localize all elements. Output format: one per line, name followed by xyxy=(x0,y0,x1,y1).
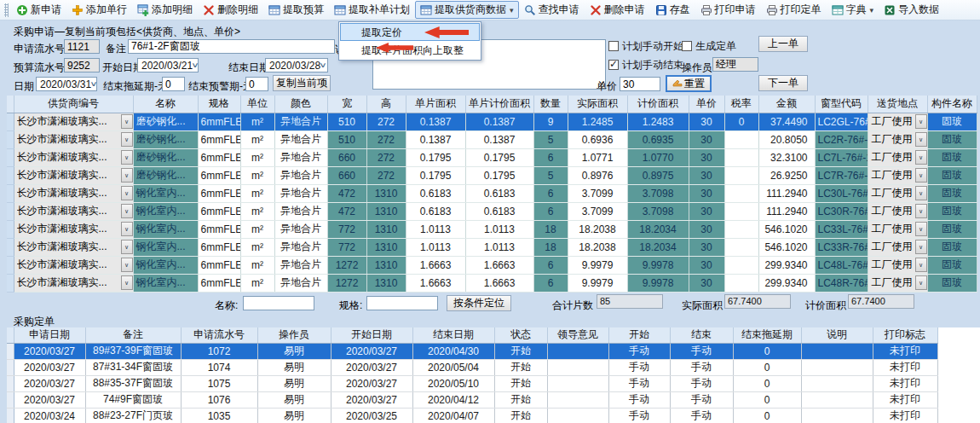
cell-dropdown-icon[interactable]: ∨ xyxy=(915,275,927,290)
cell-dropdown-icon[interactable]: ∨ xyxy=(121,132,133,147)
budget-no-input[interactable] xyxy=(64,58,100,72)
row-indicator[interactable] xyxy=(7,202,14,220)
cell-dropdown-icon[interactable]: ∨ xyxy=(121,222,133,236)
table-row[interactable]: 2020/03/2789#37-39F窗固玻1072易明2020/03/2720… xyxy=(7,343,937,359)
toolbar-extract-supplement-plan-button[interactable]: 提取补单计划 xyxy=(329,1,415,19)
generate-order-checkbox[interactable]: 生成定单 xyxy=(682,40,736,52)
table-row[interactable]: 2020/03/2774#9F窗固玻1076易明2020/03/272020/0… xyxy=(7,391,937,408)
end-warn-label: 结束预警期-天 xyxy=(188,79,253,94)
cell-dropdown-icon[interactable]: ∨ xyxy=(121,168,133,183)
next-order-button[interactable]: 下一单 xyxy=(758,75,808,91)
cell-dropdown-icon[interactable]: ∨ xyxy=(915,132,927,147)
cell-dropdown-icon[interactable]: ∨ xyxy=(121,240,133,254)
cell-dropdown-icon[interactable]: ∨ xyxy=(915,150,927,165)
table-row[interactable]: 长沙市潇湘玻璃实...∨钢化室内...6mmFLE...m²异地合片472131… xyxy=(7,184,977,202)
cell-dropdown-icon[interactable]: ∨ xyxy=(915,114,927,129)
print-order-icon xyxy=(766,4,778,16)
toolbar-save-button[interactable]: 存盘 xyxy=(650,1,695,19)
cell: 异地合片 xyxy=(274,238,327,256)
date-select[interactable]: 2020/03/31∨ xyxy=(36,77,97,91)
cell-dropdown-icon[interactable]: ∨ xyxy=(915,240,927,254)
toolbar-add-row-button[interactable]: 添加单行 xyxy=(66,1,132,19)
row-indicator[interactable] xyxy=(7,113,14,130)
copy-current-button[interactable]: 复制当前项 xyxy=(273,75,331,91)
table-row[interactable]: 长沙市潇湘玻璃实...∨钢化室内...6mmFLE...m²异地合片127213… xyxy=(7,256,977,274)
row-indicator[interactable] xyxy=(7,220,14,238)
cell-dropdown-icon[interactable]: ∨ xyxy=(915,168,927,183)
toolbar-print-order-button[interactable]: 打印定单 xyxy=(761,1,827,19)
row-indicator[interactable] xyxy=(7,375,14,391)
row-indicator[interactable] xyxy=(7,343,14,359)
row-indicator[interactable] xyxy=(7,130,14,148)
locate-by-condition-button[interactable]: 按条件定位 xyxy=(447,295,511,311)
toolbar-label: 添加单行 xyxy=(86,3,127,17)
cell: 开始 xyxy=(494,391,547,408)
table-row[interactable]: 长沙市潇湘玻璃实...∨磨砂钢化...6mmFLE...m²异地合片660272… xyxy=(7,148,977,166)
cell: 9.9979 xyxy=(568,274,627,292)
cell: 开始 xyxy=(494,359,547,375)
cell-dropdown-icon[interactable]: ∨ xyxy=(121,258,133,272)
table-row[interactable]: 2020/03/2787#31-34F窗固玻1074易明2020/03/2720… xyxy=(7,359,937,375)
table-row[interactable]: 长沙市潇湘玻璃实...∨钢化室内...6mmFLE...m²异地合片772131… xyxy=(7,238,977,256)
toolbar-dictionary-button[interactable]: 字典▾ xyxy=(827,1,879,19)
start-date-select[interactable]: 2020/03/21∨ xyxy=(137,58,199,72)
remark-input[interactable] xyxy=(128,39,335,54)
cell-dropdown-icon[interactable]: ∨ xyxy=(915,186,927,200)
cell: 0.6183 xyxy=(465,202,533,220)
cell: 18.2034 xyxy=(627,238,689,256)
toolbar-print-request-button[interactable]: 打印申请 xyxy=(695,1,761,19)
operator-input[interactable] xyxy=(712,57,758,72)
cell: 0.6936 xyxy=(568,130,627,148)
filter-name-input[interactable] xyxy=(243,296,314,310)
row-indicator[interactable] xyxy=(7,166,14,184)
row-indicator[interactable] xyxy=(7,184,14,202)
toolbar-delete-detail-button[interactable]: 删除明细 xyxy=(198,1,263,19)
row-indicator[interactable] xyxy=(7,391,14,408)
row-indicator[interactable] xyxy=(7,256,14,274)
row-indicator[interactable] xyxy=(7,238,14,256)
end-date-select[interactable]: 2020/03/28∨ xyxy=(265,58,328,72)
table-row[interactable]: 长沙市潇湘玻璃实...∨钢化室内...6mmFLE...m²异地合片472131… xyxy=(7,202,977,220)
manual-end-checkbox[interactable]: 计划手动结束 xyxy=(608,59,683,71)
cell-dropdown-icon[interactable]: ∨ xyxy=(121,186,133,200)
table-row[interactable]: 长沙市潇湘玻璃实...∨磨砂钢化...6mmFLE...m²异地合片510272… xyxy=(7,130,977,148)
table-row[interactable]: 长沙市潇湘玻璃实...∨磨砂钢化...6mmFLE...m²异地合片660272… xyxy=(7,166,977,184)
cell: 6mmFLE... xyxy=(198,238,240,256)
delete-detail-icon xyxy=(203,4,215,16)
filter-spec-input[interactable] xyxy=(366,296,438,310)
toolbar-search-request-button[interactable]: 查找申请 xyxy=(519,1,585,19)
cell-dropdown-icon[interactable]: ∨ xyxy=(121,204,133,218)
toolbar-add-detail-button[interactable]: 添加明细 xyxy=(132,1,198,19)
row-indicator[interactable] xyxy=(7,408,14,423)
unit-price-input[interactable] xyxy=(620,77,660,91)
request-no-input[interactable] xyxy=(64,39,100,54)
toolbar-new-request-button[interactable]: 新申请 xyxy=(11,1,66,19)
cell-dropdown-icon[interactable]: ∨ xyxy=(915,258,927,272)
cell-dropdown-icon[interactable]: ∨ xyxy=(121,150,133,165)
toolbar-grip[interactable] xyxy=(4,3,9,17)
row-indicator[interactable] xyxy=(7,148,14,166)
table-row[interactable]: 长沙市潇湘玻璃实...∨钢化室内...6mmFLE...m²异地合片127213… xyxy=(7,274,977,292)
table-row[interactable]: 2020/03/2788#35-37F窗固玻1075易明2020/03/2720… xyxy=(7,375,937,391)
table-row[interactable]: 2020/03/2488#23-27F门页玻1035易明2020/03/2520… xyxy=(7,408,937,423)
toolbar-import-data-button[interactable]: 导入数据 xyxy=(879,1,944,19)
end-delay-input[interactable] xyxy=(162,77,185,91)
cell-dropdown-icon[interactable]: ∨ xyxy=(915,222,927,236)
manual-start-checkbox[interactable]: 计划手动开始 xyxy=(608,40,683,52)
cell-dropdown-icon[interactable]: ∨ xyxy=(915,204,927,218)
end-warn-input[interactable] xyxy=(245,77,268,91)
cell: 88#23-27F门页玻 xyxy=(85,408,181,423)
row-indicator[interactable] xyxy=(7,359,14,375)
table-row[interactable]: 长沙市潇湘玻璃实...∨钢化室内...6mmFLE...m²异地合片772131… xyxy=(7,220,977,238)
prev-order-button[interactable]: 上一单 xyxy=(758,36,808,52)
cell-dropdown-icon[interactable]: ∨ xyxy=(121,114,133,129)
toolbar-delete-request-button[interactable]: 删除申请 xyxy=(585,1,650,19)
toolbar-extract-budget-button[interactable]: 提取预算 xyxy=(263,1,329,19)
cell-dropdown-icon[interactable]: ∨ xyxy=(121,275,133,290)
table-row[interactable]: 长沙市潇湘玻璃实...∨磨砂钢化...6mmFLE...m²异地合片510272… xyxy=(7,113,977,130)
actual-area-value: 67.7400 xyxy=(724,294,791,309)
row-indicator[interactable] xyxy=(7,274,14,292)
toolbar-extract-supplier-data-button[interactable]: 提取供货商数据▾ xyxy=(415,1,519,19)
cell: 272 xyxy=(366,148,406,166)
reset-button[interactable]: 重置 xyxy=(666,75,712,92)
